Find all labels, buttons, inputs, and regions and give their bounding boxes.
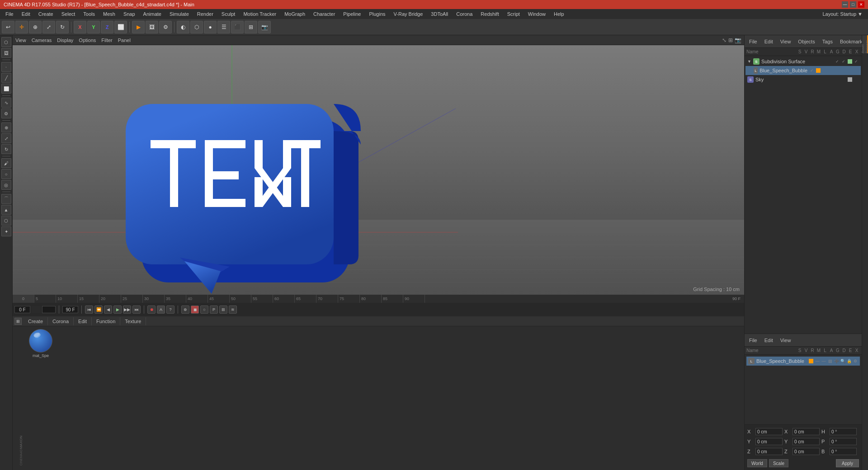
menu-3dtoall[interactable]: 3DToAll	[427, 10, 452, 18]
menu-sculpt[interactable]: Sculpt	[218, 10, 239, 18]
attr-obj-row[interactable]: L Blue_Speech_Bubble — — ▤ ➕ 🔍 🔒 ⚙	[746, 357, 860, 366]
coord-p[interactable]	[830, 438, 857, 445]
tool-texture[interactable]: 🖼	[1, 48, 11, 58]
menu-help[interactable]: Help	[550, 10, 568, 18]
coord-x-pos[interactable]	[755, 428, 783, 435]
coord-h[interactable]	[830, 428, 857, 435]
axis-z-button[interactable]: Z	[101, 21, 113, 33]
tool-fx[interactable]: ✦	[1, 226, 11, 236]
sb-vis-icon-6[interactable]	[847, 68, 853, 73]
live-select-button[interactable]: ✛	[15, 21, 28, 33]
menu-create[interactable]: Create	[35, 10, 57, 18]
browser-tab[interactable]: Asset Browser	[862, 35, 868, 53]
current-frame-input[interactable]	[14, 306, 30, 313]
options-menu[interactable]: Options	[79, 38, 96, 43]
tool-rotate[interactable]: ↻	[1, 144, 11, 154]
tool-dynamics[interactable]: ⬡	[1, 216, 11, 226]
tool-move[interactable]: ⊕	[1, 122, 11, 132]
grid-button[interactable]: ⊞	[245, 21, 257, 33]
play-button[interactable]: ▶	[113, 306, 122, 314]
attr-vis-6[interactable]: 🔒	[846, 358, 852, 364]
menu-file[interactable]: File	[2, 10, 17, 18]
sky-button[interactable]: ⬛	[231, 21, 244, 33]
param-button[interactable]: ⊞	[219, 306, 227, 314]
material-item[interactable]: mat_Spe	[29, 329, 52, 467]
end-frame-display[interactable]	[62, 306, 78, 313]
goto-start-button[interactable]: ⏮	[85, 306, 93, 314]
menu-redshift[interactable]: Redshift	[477, 10, 502, 18]
vis-icon-s[interactable]: ✓	[835, 59, 840, 64]
view-menu[interactable]: View	[15, 38, 26, 43]
frame-input-2[interactable]	[42, 306, 56, 313]
attr-vis-3[interactable]: ▤	[827, 358, 833, 364]
vis-icon-r[interactable]: ✓	[854, 59, 859, 64]
menu-plugins[interactable]: Plugins	[365, 10, 389, 18]
menu-mograph[interactable]: MoGraph	[281, 10, 309, 18]
maximize-button[interactable]: □	[850, 1, 856, 8]
fcurve-button[interactable]: ≋	[229, 306, 237, 314]
panel-menu[interactable]: Panel	[118, 38, 131, 43]
vis-icon-v[interactable]: ✓	[841, 59, 846, 64]
keyframe-mode-button[interactable]: ◼	[191, 306, 199, 314]
tab-corona[interactable]: Corona	[48, 317, 74, 325]
menu-animate[interactable]: Animate	[140, 10, 165, 18]
tool-points[interactable]: ·	[1, 62, 11, 72]
tool-generator[interactable]: ⚙	[1, 108, 11, 118]
axis-x-button[interactable]: X	[74, 21, 86, 33]
motion-button[interactable]: P	[210, 306, 218, 314]
obj-row-subdivision[interactable]: ▼ S Subdivision Surface ✓ ✓ ✓	[745, 57, 861, 66]
tab-texture[interactable]: Texture	[120, 317, 146, 325]
attr-vis-5[interactable]: 🔍	[840, 358, 845, 364]
menu-render[interactable]: Render	[193, 10, 217, 18]
bottom-panel-icon[interactable]: ⊞	[14, 318, 22, 325]
camera-button[interactable]: 📷	[258, 21, 271, 33]
scale-button[interactable]: Scale	[769, 459, 788, 467]
coord-y-pos[interactable]	[755, 438, 783, 445]
attr-vis-1[interactable]: —	[815, 358, 820, 364]
attr-vis-2[interactable]: —	[821, 358, 826, 364]
sb-vis-icon-3[interactable]	[828, 68, 834, 73]
tool-deform[interactable]: ◎	[1, 180, 11, 190]
menu-motion-tracker[interactable]: Motion Tracker	[240, 10, 280, 18]
rotate-button[interactable]: ↻	[56, 21, 69, 33]
menu-character[interactable]: Character	[310, 10, 339, 18]
world-button[interactable]: World	[747, 459, 767, 467]
attr-vis-7[interactable]: ⚙	[853, 358, 858, 364]
menu-pipeline[interactable]: Pipeline	[340, 10, 364, 18]
sb-vis-icon-2[interactable]	[822, 68, 827, 73]
tool-paint[interactable]: 🖌	[1, 158, 11, 168]
attr-menu-view[interactable]: View	[778, 337, 793, 344]
tool-model[interactable]: ⬡	[1, 37, 11, 47]
play-forward-button[interactable]: ▶▶	[123, 306, 131, 314]
tab-edit[interactable]: Edit	[74, 317, 92, 325]
sky-vis-icon-2[interactable]	[854, 77, 859, 82]
goto-end-button[interactable]: ⏭	[132, 306, 141, 314]
sb-vis-icon-7[interactable]	[854, 68, 859, 73]
play-back-button[interactable]: ◀	[104, 306, 112, 314]
menu-edit[interactable]: Edit	[18, 10, 34, 18]
goto-prev-button[interactable]: ⏪	[94, 306, 103, 314]
wireframe-button[interactable]: ⬡	[190, 21, 203, 33]
axis-y-button[interactable]: Y	[87, 21, 100, 33]
minimize-button[interactable]: —	[842, 1, 848, 8]
obj-menu-edit[interactable]: Edit	[763, 38, 775, 45]
attr-vis-4[interactable]: ➕	[834, 358, 839, 364]
obj-row-sky[interactable]: S Sky	[745, 75, 861, 84]
obj-row-speech-bubble[interactable]: L Blue_Speech_Bubble ✓	[745, 66, 861, 75]
menu-select[interactable]: Select	[58, 10, 79, 18]
coord-z-rot[interactable]	[793, 448, 820, 455]
coord-z-pos[interactable]	[755, 448, 783, 455]
tool-sculpt[interactable]: ▲	[1, 205, 11, 215]
tool-polygons[interactable]: ⬜	[1, 84, 11, 94]
obj-menu-tags[interactable]: Tags	[821, 38, 835, 45]
keyframe-button[interactable]: ⊕	[181, 306, 189, 314]
tool-smooth[interactable]: ○	[1, 169, 11, 179]
obj-menu-file[interactable]: File	[747, 38, 759, 45]
render-button[interactable]: ▶	[132, 21, 145, 33]
floor-button[interactable]: ☰	[217, 21, 230, 33]
viewport-maximize-icon[interactable]: ⊞	[728, 37, 733, 43]
tab-create[interactable]: Create	[24, 317, 48, 325]
sb-vis-icon-5[interactable]	[841, 68, 846, 73]
menu-script[interactable]: Script	[504, 10, 524, 18]
display-menu[interactable]: Display	[57, 38, 73, 43]
